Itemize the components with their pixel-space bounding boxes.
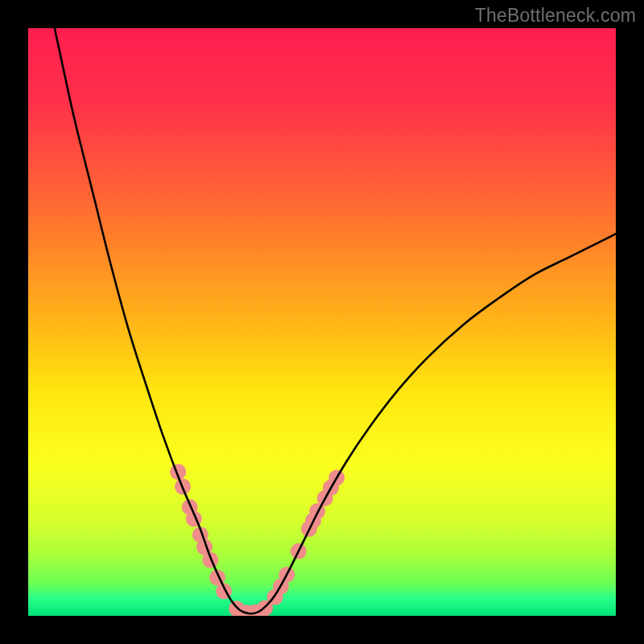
plot-area	[28, 28, 616, 616]
curve-layer	[28, 28, 616, 616]
watermark-text: TheBottleneck.com	[475, 5, 636, 27]
chart-frame: TheBottleneck.com	[0, 0, 644, 644]
data-markers	[170, 464, 345, 616]
v-curve	[55, 28, 616, 613]
